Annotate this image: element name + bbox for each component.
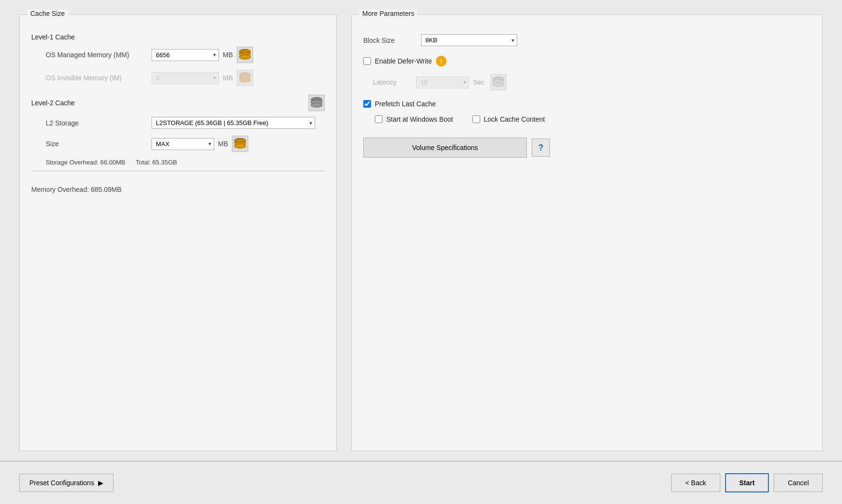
- prefetch-row: Prefetch Last Cache Start at Windows Boo…: [363, 100, 811, 123]
- lock-cache-checkbox[interactable]: [472, 115, 480, 123]
- help-button[interactable]: ?: [532, 139, 550, 157]
- lock-cache-label: Lock Cache Content: [484, 115, 545, 123]
- os-managed-select[interactable]: 6656 4096 2048 1024: [152, 49, 219, 61]
- os-invisible-select-wrapper: 0 512 1024: [152, 72, 219, 84]
- l2-storage-label: L2 Storage: [46, 119, 152, 127]
- level1-heading: Level-1 Cache: [31, 33, 75, 41]
- back-button[interactable]: < Back: [671, 474, 720, 492]
- prefetch-checkbox-row: Prefetch Last Cache: [363, 100, 811, 108]
- os-managed-select-wrapper: 6656 4096 2048 1024: [152, 49, 219, 61]
- size-row: Size MAX 1024 2048 4096 MB: [31, 136, 325, 152]
- size-select-wrapper: MAX 1024 2048 4096: [152, 138, 214, 150]
- more-parameters-panel: More Parameters Block Size 8KB 16KB 32KB…: [351, 14, 823, 451]
- os-managed-db-icon-btn[interactable]: [237, 47, 253, 63]
- l2-storage-row: L2 Storage L2STORAGE (65.36GB | 65.35GB …: [31, 117, 325, 129]
- memory-overhead: Memory Overhead: 685.09MB: [31, 181, 325, 198]
- defer-write-checkbox[interactable]: [363, 57, 371, 65]
- lock-cache-row: Lock Cache Content: [472, 115, 545, 123]
- os-managed-unit: MB: [223, 51, 233, 59]
- defer-write-label: Enable Defer-Write: [375, 57, 432, 65]
- db-stack-disabled-icon: [237, 70, 253, 86]
- latency-select-wrapper: 10 5 15 30: [416, 76, 469, 88]
- os-invisible-row: OS Invisible Memory (IM) 0 512 1024 MB: [31, 70, 325, 86]
- nav-buttons: < Back Start Cancel: [671, 473, 823, 492]
- svg-point-26: [493, 82, 504, 87]
- bottom-bar: Preset Configurations ▶ < Back Start Can…: [0, 461, 842, 504]
- preset-configurations-button[interactable]: Preset Configurations ▶: [19, 474, 114, 492]
- block-size-label: Block Size: [363, 37, 421, 44]
- block-size-select[interactable]: 8KB 16KB 32KB 64KB: [421, 34, 517, 46]
- defer-write-row: Enable Defer-Write !: [363, 56, 811, 66]
- sub-checkboxes: Start at Windows Boot Lock Cache Content: [363, 115, 811, 123]
- cache-size-panel: Cache Size Level-1 Cache OS Managed Memo…: [19, 14, 337, 451]
- preset-label: Preset Configurations: [29, 479, 94, 487]
- latency-label: Latency: [373, 78, 416, 86]
- start-boot-checkbox[interactable]: [375, 115, 383, 123]
- more-parameters-title: More Parameters: [359, 10, 417, 17]
- l2-storage-select[interactable]: L2STORAGE (65.36GB | 65.35GB Free): [152, 117, 315, 129]
- volume-row: Volume Specifications ?: [363, 138, 811, 158]
- latency-select[interactable]: 10 5 15 30: [416, 76, 469, 88]
- size-label: Size: [46, 140, 152, 148]
- svg-point-10: [240, 78, 251, 82]
- size-db-icon-btn[interactable]: [232, 136, 248, 152]
- db-stack-icon: [237, 47, 253, 63]
- latency-unit: Sec: [473, 78, 485, 86]
- os-managed-row: OS Managed Memory (MM) 6656 4096 2048 10…: [31, 47, 325, 63]
- block-size-row: Block Size 8KB 16KB 32KB 64KB: [363, 34, 811, 46]
- os-managed-label: OS Managed Memory (MM): [46, 51, 152, 59]
- db-latency-icon: [491, 75, 506, 90]
- volume-spec-button[interactable]: Volume Specifications: [363, 138, 527, 158]
- level2-icon-btn[interactable]: [308, 95, 325, 111]
- start-button[interactable]: Start: [725, 473, 769, 492]
- os-invisible-unit: MB: [223, 74, 233, 82]
- size-unit: MB: [218, 140, 228, 148]
- os-invisible-select[interactable]: 0 512 1024: [152, 72, 219, 84]
- defer-write-warn-icon[interactable]: !: [436, 56, 447, 66]
- latency-db-icon-btn: [490, 74, 507, 90]
- l2-storage-select-wrapper: L2STORAGE (65.36GB | 65.35GB Free): [152, 117, 315, 129]
- db-size-icon: [232, 136, 248, 151]
- prefetch-checkbox[interactable]: [363, 100, 371, 108]
- cancel-button[interactable]: Cancel: [774, 474, 823, 492]
- level2-section: Level-2 Cache: [31, 95, 325, 111]
- os-invisible-db-icon-btn: [237, 70, 253, 86]
- svg-point-4: [240, 55, 251, 59]
- latency-row: Latency 10 5 15 30 Sec: [363, 74, 811, 90]
- prefetch-label: Prefetch Last Cache: [375, 100, 436, 108]
- os-invisible-label: OS Invisible Memory (IM): [46, 74, 152, 82]
- svg-point-15: [311, 103, 322, 107]
- preset-arrow-icon: ▶: [98, 479, 103, 487]
- storage-overhead: Storage Overhead: 66.00MB Total: 65.35GB: [31, 159, 325, 166]
- block-size-select-wrapper: 8KB 16KB 32KB 64KB: [421, 34, 517, 46]
- level2-heading: Level-2 Cache: [31, 99, 75, 107]
- svg-point-20: [235, 144, 246, 148]
- start-boot-row: Start at Windows Boot: [375, 115, 453, 123]
- cache-size-title: Cache Size: [27, 10, 68, 17]
- db-level2-icon: [309, 95, 324, 111]
- size-select[interactable]: MAX 1024 2048 4096: [152, 138, 214, 150]
- start-boot-label: Start at Windows Boot: [386, 115, 453, 123]
